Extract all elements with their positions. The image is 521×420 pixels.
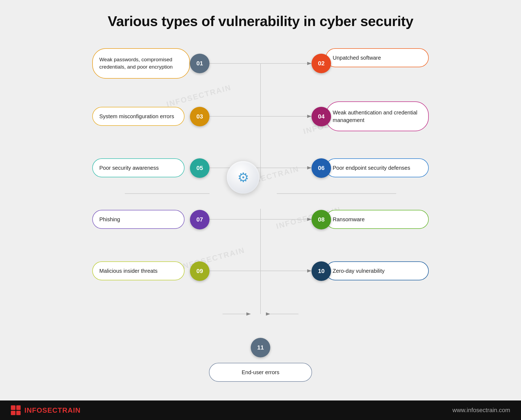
- bubble-03: System misconfiguration errors: [92, 107, 185, 126]
- label-11: End-user errors: [242, 369, 279, 376]
- footer: INFOSECTRAIN www.infosectrain.com: [0, 400, 521, 420]
- bubble-05: Poor security awareness: [92, 158, 185, 177]
- label-03: System misconfiguration errors: [99, 113, 174, 120]
- bubble-08: Ransomware: [326, 210, 429, 229]
- footer-url: www.infosectrain.com: [452, 407, 510, 414]
- bubble-01: Weak passwords, compromised credentials,…: [92, 48, 190, 79]
- grid-cell-4: [16, 411, 21, 415]
- label-08: Ransomware: [333, 216, 365, 223]
- num-circle-10: 10: [312, 261, 331, 281]
- bubble-11: End-user errors: [209, 363, 312, 382]
- bubble-04: Weak authentication and credential manag…: [326, 101, 429, 131]
- footer-brand: INFOSECTRAIN: [11, 405, 81, 415]
- label-01: Weak passwords, compromised credentials,…: [99, 56, 183, 70]
- label-09: Malicious insider threats: [99, 268, 158, 274]
- bubble-10: Zero-day vulnerability: [326, 261, 429, 280]
- page-container: Various types of vulnerability in cyber …: [0, 0, 521, 420]
- num-circle-11: 11: [251, 338, 270, 357]
- grid-cell-3: [11, 411, 15, 415]
- label-06: Poor endpoint security defenses: [333, 165, 410, 171]
- watermark-3: INFOSECTRAIN: [179, 246, 246, 272]
- bubble-07: Phishing: [92, 210, 185, 229]
- bubble-06: Poor endpoint security defenses: [326, 158, 429, 177]
- center-hub: ⚙: [227, 161, 259, 194]
- label-02: Unpatched software: [333, 55, 381, 61]
- num-circle-02: 02: [312, 54, 331, 73]
- label-10: Zero-day vulnerability: [333, 268, 385, 274]
- bubble-02: Unpatched software: [326, 48, 429, 67]
- num-circle-01: 01: [190, 54, 209, 73]
- num-circle-08: 08: [312, 210, 331, 229]
- watermark-1: INFOSECTRAIN: [166, 83, 232, 109]
- brand-name: INFOSECTRAIN: [24, 406, 81, 415]
- label-04: Weak authentication and credential manag…: [333, 109, 422, 124]
- num-circle-05: 05: [190, 158, 209, 178]
- diagram-area: ⚙ Weak passwords, compromised credential…: [71, 37, 450, 395]
- num-circle-04: 04: [312, 107, 331, 126]
- num-circle-03: 03: [190, 107, 209, 126]
- grid-cell-1: [11, 405, 15, 410]
- lock-gear-icon: ⚙: [237, 170, 249, 185]
- num-circle-07: 07: [190, 210, 209, 229]
- page-title: Various types of vulnerability in cyber …: [108, 13, 413, 29]
- label-05: Poor security awareness: [99, 165, 159, 171]
- brand-rest: TRAIN: [58, 406, 81, 414]
- bubble-09: Malicious insider threats: [92, 261, 185, 280]
- num-circle-06: 06: [312, 158, 331, 178]
- brand-highlight: INFOSEC: [24, 406, 58, 414]
- grid-cell-2: [16, 405, 21, 410]
- label-07: Phishing: [99, 216, 120, 223]
- brand-grid-icon: [11, 405, 21, 415]
- num-circle-09: 09: [190, 261, 209, 281]
